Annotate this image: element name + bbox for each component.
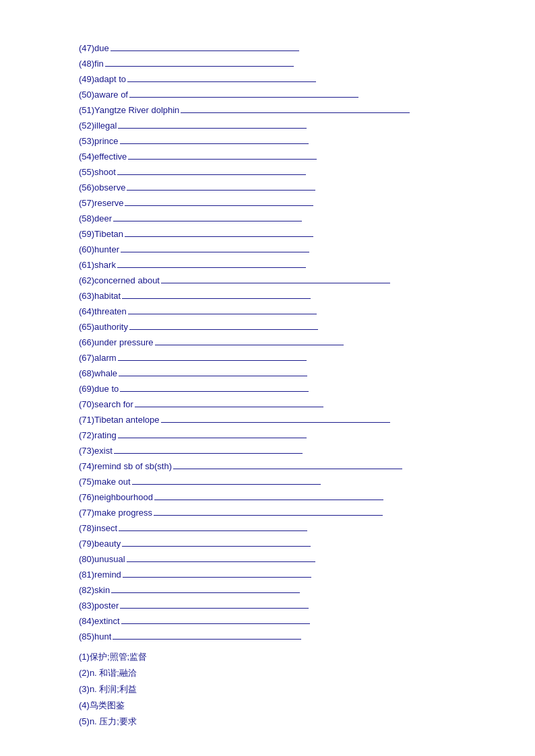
list-item: (76)neighbourhood: [79, 489, 508, 504]
vocab-label: (65)authority: [79, 320, 128, 334]
answer-line: [119, 520, 307, 531]
answer-line: [105, 56, 294, 67]
answer-line: [118, 118, 307, 129]
list-item: (72)rating: [79, 427, 508, 442]
list-item: (84)extinct: [79, 613, 508, 628]
answer-line: [128, 304, 317, 314]
list-item: (62)concerned about: [79, 273, 508, 287]
list-item: (81)remind: [79, 567, 508, 582]
chinese-label: (4)鸟类图鉴: [79, 700, 125, 710]
list-item: (77)make progress: [79, 505, 508, 520]
vocab-label: (73)exist: [79, 444, 113, 458]
vocab-label: (75)make out: [79, 475, 131, 489]
list-item: (74)remind sb of sb(sth): [79, 458, 508, 473]
vocab-label: (70)search for: [79, 398, 133, 411]
answer-line: [129, 87, 358, 98]
answer-line: [111, 582, 300, 593]
list-item: (49)adapt to: [79, 71, 508, 86]
vocab-label: (50)aware of: [79, 88, 128, 102]
vocab-label: (55)shoot: [79, 166, 116, 179]
list-item: (69)due to: [79, 381, 508, 396]
list-item: (78)insect: [79, 520, 508, 535]
vocab-label: (56)observe: [79, 181, 125, 195]
answer-line: [135, 397, 323, 407]
answer-line: [122, 536, 311, 547]
vocab-label: (63)habitat: [79, 289, 121, 303]
vocab-label: (53)prince: [79, 135, 119, 148]
list-item: (83)poster: [79, 598, 508, 613]
answer-line: [113, 211, 302, 221]
answer-line: [121, 242, 309, 252]
list-item: (47)due: [79, 40, 508, 55]
vocab-label: (61)shark: [79, 259, 116, 272]
answer-line: [161, 412, 390, 423]
answer-line: [132, 474, 321, 485]
vocab-label: (67)alarm: [79, 351, 117, 365]
answer-line: [121, 613, 310, 624]
answer-line: [127, 551, 315, 562]
vocab-label: (54)effective: [79, 150, 127, 164]
vocab-label: (60)hunter: [79, 243, 119, 256]
vocab-label: (71)Tibetan antelope: [79, 413, 160, 427]
vocab-label: (78)insect: [79, 522, 117, 535]
list-item: (56)observe: [79, 180, 508, 195]
list-item: (67)alarm: [79, 350, 508, 365]
vocab-label: (72)rating: [79, 429, 117, 442]
answer-line: [111, 40, 299, 51]
vocabulary-list: (47)due (48)fin (49)adapt to (50)aware o…: [79, 40, 508, 730]
answer-line: [161, 273, 390, 283]
list-item: (54)effective: [79, 149, 508, 164]
list-item: (82)skin: [79, 582, 508, 597]
vocab-label: (51)Yangtze River dolphin: [79, 104, 179, 117]
answer-line: [181, 102, 410, 113]
answer-line: [128, 149, 317, 160]
answer-line: [125, 226, 313, 237]
list-item: (58)deer: [79, 211, 508, 226]
list-item: (70)search for: [79, 397, 508, 411]
answer-line: [117, 257, 306, 268]
list-item: (80)unusual: [79, 551, 508, 566]
vocab-label: (58)deer: [79, 212, 112, 226]
vocab-label: (77)make progress: [79, 506, 152, 520]
vocab-label: (52)illegal: [79, 119, 117, 133]
answer-line: [127, 71, 316, 82]
list-item: (85)hunt: [79, 629, 508, 644]
vocab-label: (80)unusual: [79, 553, 125, 566]
vocab-label: (57)reserve: [79, 197, 123, 210]
answer-line: [125, 195, 313, 206]
answer-line: [127, 180, 315, 191]
vocab-label: (81)remind: [79, 568, 121, 582]
answer-line: [117, 164, 306, 175]
answer-line: [154, 505, 383, 516]
list-item: (79)beauty: [79, 536, 508, 551]
list-item: (53)prince: [79, 133, 508, 148]
vocab-label: (85)hunt: [79, 630, 111, 644]
list-item: (66)under pressure: [79, 335, 508, 349]
answer-line: [155, 335, 344, 345]
vocab-label: (49)adapt to: [79, 73, 126, 86]
vocab-label: (83)poster: [79, 599, 119, 613]
answer-line: [118, 350, 307, 361]
vocab-label: (74)remind sb of sb(sth): [79, 460, 172, 473]
vocab-label: (59)Tibetan: [79, 228, 123, 241]
answer-line: [113, 629, 301, 640]
chinese-label: (5)n. 压力;要求: [79, 716, 137, 726]
answer-line: [120, 381, 309, 392]
chinese-label: (2)n. 和谐;融洽: [79, 668, 137, 678]
answer-line: [123, 567, 311, 578]
answer-line: [154, 489, 383, 500]
vocab-label: (76)neighbourhood: [79, 491, 153, 504]
chinese-label: (3)n. 利润;利益: [79, 684, 137, 694]
vocab-label: (82)skin: [79, 584, 110, 597]
vocab-label: (62)concerned about: [79, 274, 160, 287]
list-item: (63)habitat: [79, 288, 508, 303]
answer-line: [129, 319, 318, 330]
list-item: (4)鸟类图鉴: [79, 698, 508, 713]
list-item: (52)illegal: [79, 118, 508, 133]
vocab-label: (68)whale: [79, 367, 117, 380]
list-item: (65)authority: [79, 319, 508, 334]
section-divider: [79, 644, 508, 650]
list-item: (2)n. 和谐;融洽: [79, 666, 508, 681]
answer-line: [173, 458, 402, 469]
vocab-label: (47)due: [79, 42, 109, 55]
